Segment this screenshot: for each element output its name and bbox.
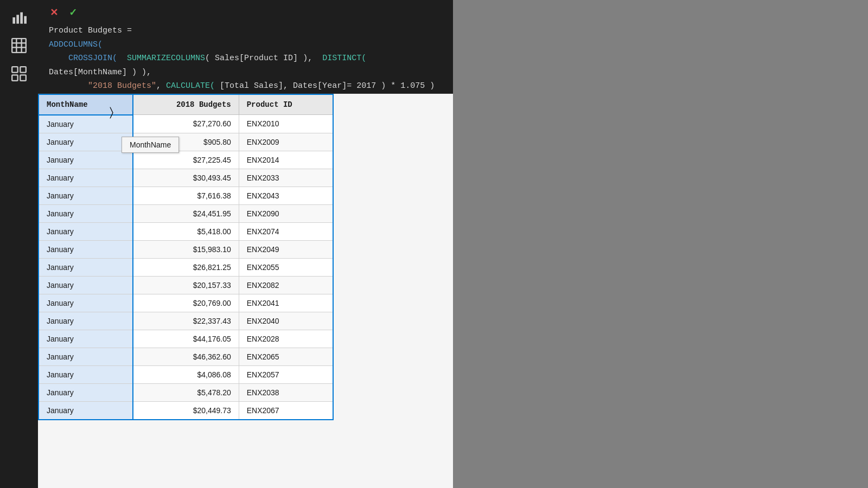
cell-monthname: January [39, 383, 133, 401]
formula-equals: = [127, 26, 132, 35]
cell-productid: ENX2010 [239, 115, 333, 133]
cell-monthname: January [39, 312, 133, 330]
table-row: January$20,157.33ENX2082 [39, 276, 333, 294]
confirm-button[interactable]: ✓ [66, 4, 80, 21]
formula-toolbar: ✕ ✓ [47, 4, 444, 21]
table-row: January$27,225.45ENX2014 [39, 151, 333, 169]
col-header-budgets[interactable]: 2018 Budgets [133, 94, 239, 115]
svg-rect-4 [12, 38, 26, 53]
cell-monthname: January [39, 258, 133, 276]
table-icon[interactable] [6, 33, 32, 59]
svg-rect-9 [12, 67, 18, 73]
svg-rect-11 [12, 75, 18, 81]
table-header-row: MonthName 2018 Budgets Product ID [39, 94, 333, 115]
cell-budgets: $27,225.45 [133, 151, 239, 169]
cell-monthname: January [39, 348, 133, 365]
cell-monthname: January [39, 365, 133, 383]
cell-budgets: $15,983.10 [133, 240, 239, 258]
table-row: January$7,616.38ENX2043 [39, 187, 333, 204]
table-row: January$44,176.05ENX2028 [39, 330, 333, 348]
data-table: MonthName 2018 Budgets Product ID Januar… [38, 94, 334, 420]
table-row: January$20,769.00ENX2041 [39, 294, 333, 312]
table-row: January$15,983.10ENX2049 [39, 240, 333, 258]
cell-productid: ENX2038 [239, 383, 333, 401]
cell-monthname: January [39, 276, 133, 294]
cell-monthname: January [39, 133, 133, 151]
table-container: MonthName 2018 Budgets Product ID Januar… [38, 94, 453, 489]
cell-productid: ENX2041 [239, 294, 333, 312]
cell-budgets: $20,769.00 [133, 294, 239, 312]
cell-productid: ENX2074 [239, 222, 333, 240]
cell-budgets: $5,478.20 [133, 383, 239, 401]
cell-monthname: January [39, 294, 133, 312]
table-row: January$905.80ENX2009 [39, 133, 333, 151]
table-row: January$46,362.60ENX2065 [39, 348, 333, 365]
formula-distinct: DISTINCT( [322, 54, 366, 63]
cell-budgets: $24,451.95 [133, 204, 239, 222]
cell-budgets: $7,616.38 [133, 187, 239, 204]
cell-monthname: January [39, 187, 133, 204]
table-row: January$4,086.08ENX2057 [39, 365, 333, 383]
cell-productid: ENX2067 [239, 401, 333, 420]
chart-icon[interactable] [6, 4, 32, 30]
cell-monthname: January [39, 222, 133, 240]
cell-productid: ENX2082 [239, 276, 333, 294]
cell-monthname: January [39, 151, 133, 169]
col-header-monthname[interactable]: MonthName [39, 94, 133, 115]
cell-monthname: January [39, 401, 133, 420]
svg-rect-0 [12, 17, 15, 24]
svg-rect-1 [16, 15, 19, 23]
cell-monthname: January [39, 169, 133, 187]
cell-productid: ENX2057 [239, 365, 333, 383]
table-row: January$20,449.73ENX2067 [39, 401, 333, 420]
cell-budgets: $22,337.43 [133, 312, 239, 330]
cell-productid: ENX2040 [239, 312, 333, 330]
svg-rect-2 [20, 12, 23, 24]
formula-budgets-str: "2018 Budgets" [88, 81, 156, 91]
table-row: January$30,493.45ENX2033 [39, 169, 333, 187]
diagram-icon[interactable] [6, 61, 32, 87]
formula-crossjoin: CROSSJOIN( [68, 54, 117, 63]
col-header-productid[interactable]: Product ID [239, 94, 333, 115]
svg-rect-3 [24, 16, 27, 24]
main-content: ✕ ✓ Product Budgets = ADDCOLUMNS( CROSSJ… [38, 0, 453, 488]
table-row: January$22,337.43ENX2040 [39, 312, 333, 330]
cell-monthname: January [39, 204, 133, 222]
formula-summarizecolumns: SUMMARIZECOLUMNS [127, 54, 205, 63]
cell-budgets: $4,086.08 [133, 365, 239, 383]
formula-measure-name: Product Budgets [49, 26, 122, 35]
cell-budgets: $20,449.73 [133, 401, 239, 420]
right-panel [453, 0, 868, 488]
table-row: January$5,478.20ENX2038 [39, 383, 333, 401]
cell-budgets: $44,176.05 [133, 330, 239, 348]
table-row: January$24,451.95ENX2090 [39, 204, 333, 222]
cell-budgets: $46,362.60 [133, 348, 239, 365]
cell-monthname: January [39, 115, 133, 133]
cell-productid: ENX2033 [239, 169, 333, 187]
sidebar [0, 0, 38, 488]
formula-calculate: CALCULATE( [166, 81, 215, 91]
cell-productid: ENX2049 [239, 240, 333, 258]
cell-productid: ENX2043 [239, 187, 333, 204]
cell-monthname: January [39, 240, 133, 258]
cell-budgets: $5,418.00 [133, 222, 239, 240]
formula-bar: ✕ ✓ Product Budgets = ADDCOLUMNS( CROSSJ… [38, 0, 453, 94]
cell-budgets: $30,493.45 [133, 169, 239, 187]
formula-addcolumns: ADDCOLUMNS( [49, 40, 103, 49]
cell-productid: ENX2090 [239, 204, 333, 222]
cell-monthname: January [39, 330, 133, 348]
table-row: January$26,821.25ENX2055 [39, 258, 333, 276]
table-body: January$27,270.60ENX2010January$905.80EN… [39, 115, 333, 420]
table-row: January$27,270.60ENX2010 [39, 115, 333, 133]
cell-productid: ENX2055 [239, 258, 333, 276]
cancel-button[interactable]: ✕ [47, 4, 61, 21]
cell-budgets: $20,157.33 [133, 276, 239, 294]
cell-productid: ENX2065 [239, 348, 333, 365]
cell-budgets: $27,270.60 [133, 115, 239, 133]
table-row: January$5,418.00ENX2074 [39, 222, 333, 240]
cell-budgets: $26,821.25 [133, 258, 239, 276]
cell-productid: ENX2014 [239, 151, 333, 169]
svg-rect-10 [20, 67, 26, 73]
cell-productid: ENX2009 [239, 133, 333, 151]
cell-productid: ENX2028 [239, 330, 333, 348]
